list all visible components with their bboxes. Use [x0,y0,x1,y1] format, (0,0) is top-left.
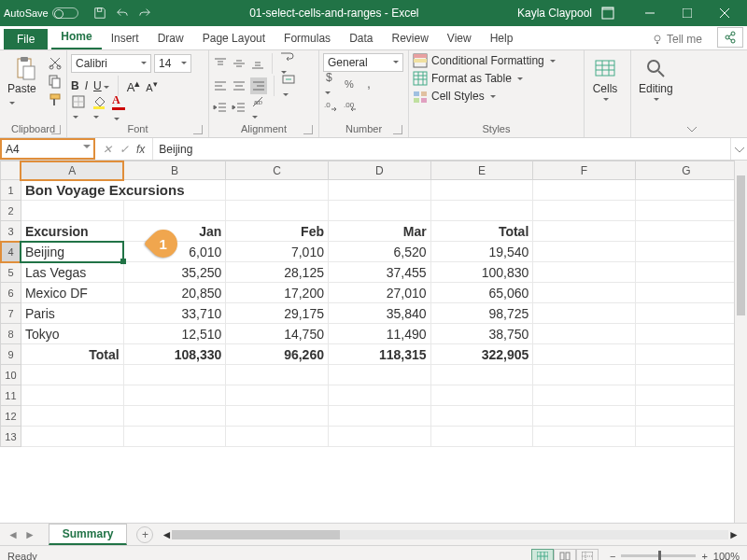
col-header-B[interactable]: B [123,161,226,180]
cell[interactable] [533,262,635,283]
format-as-table-button[interactable]: Format as Table [413,71,556,86]
tab-review[interactable]: Review [382,28,437,49]
worksheet-grid[interactable]: A B C D E F G 1Bon Voyage Excursions 2 3… [0,161,747,523]
cell[interactable] [533,201,635,221]
cell[interactable] [430,385,533,406]
zoom-level[interactable]: 100% [713,551,740,561]
tab-data[interactable]: Data [340,28,382,49]
font-size-combo[interactable]: 14 [154,54,191,73]
ribbon-options-icon[interactable] [601,7,614,20]
redo-icon[interactable] [138,7,151,20]
col-header-G[interactable]: G [635,161,737,180]
zoom-slider[interactable] [621,554,696,557]
decrease-decimal-icon[interactable]: .00 [343,99,358,114]
zoom-in-button[interactable]: + [701,551,707,561]
cell[interactable] [123,365,226,385]
align-right-icon[interactable] [250,77,267,94]
cell[interactable] [328,427,430,447]
cell[interactable] [123,385,226,406]
minimize-button[interactable] [631,0,669,26]
cell[interactable]: 14,750 [226,324,329,344]
cell[interactable]: Total [21,344,123,365]
normal-view-button[interactable] [531,549,554,561]
borders-icon[interactable] [71,94,86,122]
cell[interactable]: 19,540 [430,242,533,262]
increase-decimal-icon[interactable]: .0 [323,99,338,114]
dialog-launcher-icon[interactable] [393,125,402,134]
sheet-tab-summary[interactable]: Summary [49,524,128,545]
cell[interactable] [533,406,635,427]
cell[interactable] [635,221,737,242]
cell[interactable]: 38,750 [430,324,533,344]
cell[interactable] [226,406,329,427]
cell[interactable] [635,406,737,427]
row-header[interactable]: 11 [1,385,21,406]
copy-icon[interactable] [48,74,63,89]
decrease-font-icon[interactable]: A▾ [146,78,157,93]
tab-formulas[interactable]: Formulas [275,28,340,49]
cell[interactable]: 35,840 [328,303,430,324]
col-header-A[interactable]: A [21,161,123,180]
close-button[interactable] [706,0,743,26]
cell[interactable] [430,365,533,385]
share-button[interactable] [717,27,743,48]
cell[interactable]: 33,710 [123,303,226,324]
tab-insert[interactable]: Insert [102,28,148,49]
cell[interactable] [533,385,635,406]
sheet-nav-prev-icon[interactable]: ◄ [7,528,19,541]
cell[interactable]: 96,260 [226,344,329,365]
conditional-formatting-button[interactable]: Conditional Formatting [413,53,556,68]
cell[interactable]: 27,010 [328,283,430,303]
row-header[interactable]: 4 [1,242,21,262]
cell[interactable] [328,385,430,406]
cell[interactable] [123,427,226,447]
cell[interactable] [533,283,635,303]
align-middle-icon[interactable] [232,56,247,71]
cell-styles-button[interactable]: Cell Styles [413,89,556,104]
cut-icon[interactable] [48,55,63,70]
cell[interactable]: Total [430,221,533,242]
cell[interactable] [635,365,737,385]
cell[interactable] [226,427,329,447]
increase-indent-icon[interactable] [232,101,247,116]
cell[interactable] [328,180,430,201]
cell[interactable] [430,201,533,221]
cell[interactable] [430,406,533,427]
dialog-launcher-icon[interactable] [193,125,203,134]
cell[interactable]: 29,175 [226,303,329,324]
comma-format-icon[interactable]: , [362,77,377,91]
underline-button[interactable]: U [93,79,109,92]
cell[interactable] [226,201,329,221]
cell[interactable]: Bon Voyage Excursions [21,180,225,201]
page-layout-view-button[interactable] [554,549,576,561]
row-header[interactable]: 12 [1,406,21,427]
tab-view[interactable]: View [438,28,481,49]
cell[interactable] [635,427,737,447]
cell[interactable] [328,406,430,427]
cell[interactable]: Feb [226,221,329,242]
cell[interactable] [226,365,329,385]
cell[interactable] [635,385,737,406]
cell[interactable] [21,385,123,406]
bold-button[interactable]: B [71,79,79,92]
cell[interactable] [533,180,635,201]
cell[interactable] [533,324,635,344]
cell[interactable] [21,365,123,385]
cell[interactable] [430,427,533,447]
cell[interactable] [635,344,737,365]
col-header-C[interactable]: C [226,161,329,180]
collapse-ribbon-icon[interactable] [684,50,700,137]
tab-help[interactable]: Help [481,28,523,49]
fill-color-icon[interactable] [92,94,106,122]
save-icon[interactable] [93,7,106,20]
cell[interactable]: 28,125 [226,262,329,283]
paste-button[interactable]: Paste [4,53,46,110]
cell[interactable] [635,262,737,283]
decrease-indent-icon[interactable] [213,101,228,116]
tab-home[interactable]: Home [51,26,101,49]
orientation-icon[interactable]: ab [250,94,265,122]
col-header-F[interactable]: F [533,161,635,180]
cell[interactable] [533,303,635,324]
cell[interactable] [635,303,737,324]
scroll-right-icon[interactable]: ► [728,528,740,541]
